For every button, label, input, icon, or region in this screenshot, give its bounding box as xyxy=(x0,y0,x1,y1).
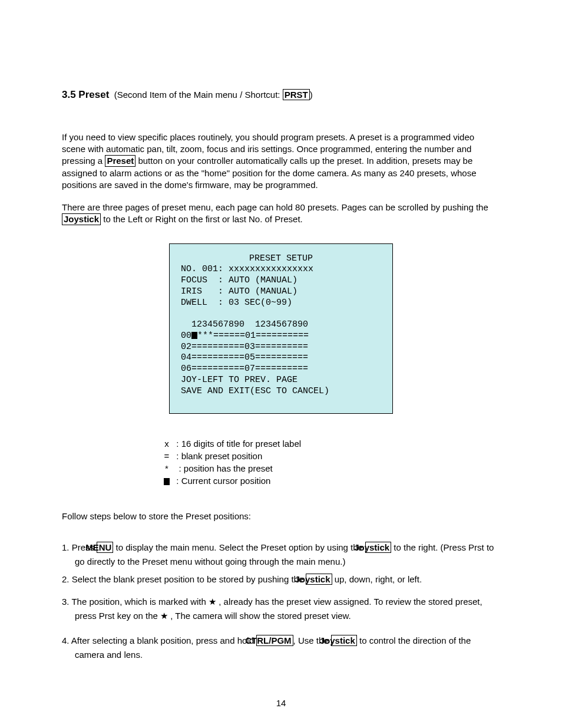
section-title: 3.5 Preset xyxy=(62,89,109,100)
cursor-block-icon xyxy=(191,332,197,339)
preset-key: Preset xyxy=(105,155,135,166)
legend-symbol: * xyxy=(162,462,171,475)
page-number: 14 xyxy=(62,697,500,709)
osd-screen: PRESET SETUP NO. 001: xxxxxxxxxxxxxxxx F… xyxy=(169,243,393,414)
page-content: 3.5 Preset (Second Item of the Main menu… xyxy=(0,0,562,728)
legend-text: : Current cursor position xyxy=(176,476,270,486)
osd-line-7b: ***======01========== xyxy=(197,331,309,341)
section-subtitle: (Second Item of the Main menu / Shortcut… xyxy=(114,90,313,100)
osd-line: 02==========03========== xyxy=(176,342,308,352)
osd-line: SAVE AND EXIT(ESC TO CANCEL) xyxy=(176,386,329,396)
osd-line: FOCUS : AUTO (MANUAL) xyxy=(176,275,297,285)
joystick-key: Joystick xyxy=(365,542,391,553)
osd-line: JOY-LEFT TO PREV. PAGE xyxy=(176,375,297,385)
osd-line-7a: 00 xyxy=(176,331,191,341)
text: to display the main menu. Select the Pre… xyxy=(113,542,365,552)
legend-text: : blank preset position xyxy=(176,451,262,461)
text: up, down, right, or left. xyxy=(332,574,422,584)
step-4: After selecting a blank position, press … xyxy=(62,634,500,662)
section-heading: 3.5 Preset (Second Item of the Main menu… xyxy=(62,88,500,102)
star-icon: ★ xyxy=(209,597,216,607)
text: Select the blank preset position to be s… xyxy=(72,574,306,584)
osd-line: 1234567890 1234567890 xyxy=(176,319,308,330)
steps-list: Press MENU to display the main menu. Sel… xyxy=(62,541,500,662)
step-2: Select the blank preset position to be s… xyxy=(62,572,500,587)
cursor-block-icon xyxy=(164,478,170,485)
star-icon: ★ xyxy=(160,611,168,621)
intro-paragraph-1: If you need to view specific places rout… xyxy=(62,131,500,191)
osd-line: 04==========05========== xyxy=(176,353,308,363)
text: , The camera will show the stored preset… xyxy=(168,611,351,621)
osd-line: DWELL : 03 SEC(0~99) xyxy=(176,298,292,308)
step-1: Press MENU to display the main menu. Sel… xyxy=(62,541,500,569)
osd-line: NO. 001: xxxxxxxxxxxxxxxx xyxy=(176,264,313,274)
legend-symbol: = xyxy=(162,450,171,462)
text: The position, which is marked with xyxy=(71,597,209,607)
ctrl-pgm-key: CTRL/PGM xyxy=(256,635,293,646)
osd-line: IRIS : AUTO (MANUAL) xyxy=(176,286,297,297)
subtitle-pre: (Second Item of the Main menu / Shortcut… xyxy=(114,90,283,100)
legend-symbol: x xyxy=(162,437,171,450)
legend-row-block: : Current cursor position xyxy=(162,475,500,487)
legend-row-x: x : 16 digits of title for preset label xyxy=(162,437,500,450)
legend: x : 16 digits of title for preset label … xyxy=(162,437,500,487)
legend-row-eq: = : blank preset position xyxy=(162,450,500,462)
legend-row-star: * : position has the preset xyxy=(162,462,500,475)
step-3: The position, which is marked with ★ , a… xyxy=(62,595,500,623)
shortcut-key-prst: PRST xyxy=(283,89,310,100)
subtitle-post: ) xyxy=(310,90,313,100)
osd-line: 06==========07========== xyxy=(176,364,308,374)
osd-title: PRESET SETUP xyxy=(176,253,386,265)
joystick-key: Joystick xyxy=(331,635,357,646)
joystick-key: Joystick xyxy=(62,213,101,225)
follow-steps-intro: Follow steps below to store the Preset p… xyxy=(62,510,500,522)
intro-paragraph-2: There are three pages of preset menu, ea… xyxy=(62,202,500,226)
legend-text: : position has the preset xyxy=(179,463,273,473)
legend-symbol xyxy=(162,475,171,487)
joystick-key: Joystick xyxy=(306,574,332,585)
legend-text: : 16 digits of title for preset label xyxy=(176,439,301,449)
menu-key: MENU xyxy=(97,542,113,553)
text: to the Left or Right on the first or las… xyxy=(101,214,303,224)
text: After selecting a blank position, press … xyxy=(71,635,256,645)
text: There are three pages of preset menu, ea… xyxy=(62,202,488,212)
